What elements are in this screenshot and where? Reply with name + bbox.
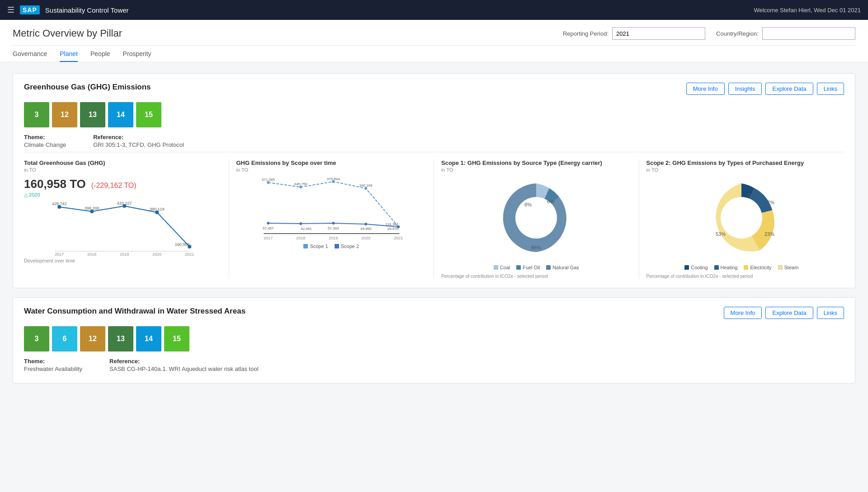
scope2-unit: in TO <box>646 167 837 173</box>
scope2-footnote: Percentage of contribution in tCO2e - se… <box>646 274 837 279</box>
natural-gas-legend: Natural Gas <box>552 265 579 270</box>
svg-text:375,894: 375,894 <box>326 177 340 181</box>
ghg-charts-section: Total Greenhouse Gas (GHG) in TO 160,958… <box>24 152 844 279</box>
svg-text:428,742: 428,742 <box>52 201 67 206</box>
scope-time-unit: in TO <box>236 167 427 173</box>
fuel-oil-legend: Fuel Oil <box>523 265 540 270</box>
svg-text:345,750: 345,750 <box>294 182 307 186</box>
svg-text:2019: 2019 <box>329 236 338 240</box>
water-explore-data-button[interactable]: Explore Data <box>765 307 813 319</box>
svg-text:2017: 2017 <box>55 252 64 256</box>
total-ghg-unit: in TO <box>24 167 222 173</box>
reporting-period-label: Reporting Period: <box>563 30 609 37</box>
svg-text:57,457: 57,457 <box>263 226 274 230</box>
svg-point-25 <box>364 223 367 225</box>
page-title: Metric Overview by Pillar <box>13 28 122 39</box>
more-info-button[interactable]: More Info <box>686 83 725 95</box>
scope1-donut-chart: Scope 1: GHG Emissions by Source Type (E… <box>434 159 639 279</box>
svg-point-22 <box>267 222 269 225</box>
sdg-icon-13: 13 <box>80 102 105 127</box>
page-header: Metric Overview by Pillar Reporting Peri… <box>0 20 868 62</box>
coal-legend: Coal <box>500 265 510 270</box>
svg-text:52,451: 52,451 <box>301 227 312 231</box>
water-reference-value: SASB CG-HP-140a.1. WRI Aqueduct water ri… <box>109 365 258 372</box>
svg-text:390,119: 390,119 <box>150 207 165 211</box>
svg-text:6%: 6% <box>748 192 755 198</box>
tab-bar: Governance Planet People Prosperity <box>13 45 855 62</box>
sdg-icon-15: 15 <box>136 102 161 127</box>
insights-button[interactable]: Insights <box>728 83 762 95</box>
total-ghg-label: Total Greenhouse Gas (GHG) <box>24 159 222 166</box>
svg-text:49,950: 49,950 <box>360 227 372 231</box>
svg-text:8%: 8% <box>524 202 532 207</box>
svg-point-46 <box>721 197 762 239</box>
app-title: Sustainability Control Tower <box>45 6 129 14</box>
svg-text:398,200: 398,200 <box>85 206 99 211</box>
country-region-label: Country/Region: <box>716 30 759 37</box>
water-more-info-button[interactable]: More Info <box>724 307 762 319</box>
reference-label: Reference: <box>93 134 184 141</box>
water-links-button[interactable]: Links <box>817 307 844 319</box>
scope-over-time-chart: GHG Emissions by Scope over time in TO <box>229 159 434 279</box>
tab-people[interactable]: People <box>90 46 110 62</box>
tab-planet[interactable]: Planet <box>60 46 78 62</box>
cooling-legend: Cooling <box>691 265 708 270</box>
ghg-meta-row: Theme: Climate Change Reference: GRI 305… <box>24 134 844 148</box>
country-region-input[interactable] <box>762 27 855 40</box>
svg-text:86%: 86% <box>531 245 541 250</box>
ghg-emissions-card: Greenhouse Gas (GHG) Emissions More Info… <box>13 73 855 288</box>
svg-text:2017: 2017 <box>264 236 273 240</box>
water-sdg-icons: 3 6 12 13 14 15 <box>24 326 844 351</box>
svg-text:53%: 53% <box>716 231 726 237</box>
water-sdg-icon-3: 3 <box>24 326 49 351</box>
total-ghg-value: 160,958 TO <box>24 177 86 191</box>
scope2-donut-chart: Scope 2: GHG Emissions by Types of Purch… <box>639 159 844 279</box>
reference-value: GRI 305:1-3, TCFD, GHG Protocol <box>93 141 184 148</box>
svg-text:2018: 2018 <box>296 236 305 240</box>
svg-text:2019: 2019 <box>120 252 129 256</box>
ghg-card-actions: More Info Insights Explore Data Links <box>686 83 844 95</box>
svg-text:160,958: 160,958 <box>175 242 190 247</box>
explore-data-button[interactable]: Explore Data <box>765 83 813 95</box>
tab-governance[interactable]: Governance <box>13 46 47 62</box>
total-ghg-ref: 2020 <box>24 192 222 198</box>
scope2-legend-label: Scope 2 <box>341 244 359 249</box>
svg-text:2021: 2021 <box>394 236 403 240</box>
scope1-footnote: Percentage of contribution in tCO2e - se… <box>441 274 632 279</box>
tab-prosperity[interactable]: Prosperity <box>123 46 151 62</box>
svg-text:371,285: 371,285 <box>261 178 274 182</box>
heating-legend: Heating <box>721 265 738 270</box>
water-theme-label: Theme: <box>24 358 82 365</box>
hamburger-menu-icon[interactable]: ☰ <box>7 5 14 15</box>
sap-logo: SAP <box>20 5 40 14</box>
water-card-title: Water Consumption and Withdrawal in Wate… <box>24 307 245 316</box>
header-filters: Reporting Period: Country/Region: <box>563 27 855 40</box>
svg-text:131,387: 131,387 <box>385 222 398 226</box>
svg-text:6%: 6% <box>547 199 554 204</box>
svg-text:2020: 2020 <box>152 252 161 256</box>
svg-text:17%: 17% <box>764 200 774 205</box>
water-sdg-icon-13: 13 <box>108 326 133 351</box>
water-card-actions: More Info Explore Data Links <box>724 307 844 319</box>
ghg-sdg-icons: 3 12 13 14 15 <box>24 102 844 127</box>
sdg-icon-3: 3 <box>24 102 49 127</box>
svg-point-23 <box>299 222 302 225</box>
water-reference-label: Reference: <box>109 358 258 365</box>
svg-text:23%: 23% <box>764 231 774 237</box>
svg-text:57,333: 57,333 <box>328 226 339 230</box>
reporting-period-input[interactable] <box>612 27 705 40</box>
electricity-legend: Electricity <box>750 265 771 270</box>
scope2-label: Scope 2: GHG Emissions by Types of Purch… <box>646 159 837 166</box>
water-consumption-card: Water Consumption and Withdrawal in Wate… <box>13 297 855 384</box>
svg-text:2018: 2018 <box>87 252 96 256</box>
water-meta-row: Theme: Freshwater Availability Reference… <box>24 358 844 372</box>
scope1-unit: in TO <box>441 167 632 173</box>
sdg-icon-12: 12 <box>52 102 77 127</box>
links-button[interactable]: Links <box>817 83 844 95</box>
user-welcome: Welcome Stefan Hierl, Wed Dec 01 2021 <box>754 7 861 14</box>
svg-text:2021: 2021 <box>185 252 194 256</box>
top-navigation: ☰ SAP Sustainability Control Tower Welco… <box>0 0 868 20</box>
ghg-card-title: Greenhouse Gas (GHG) Emissions <box>24 83 151 92</box>
svg-text:2020: 2020 <box>361 236 370 240</box>
main-content: Greenhouse Gas (GHG) Emissions More Info… <box>0 62 868 394</box>
